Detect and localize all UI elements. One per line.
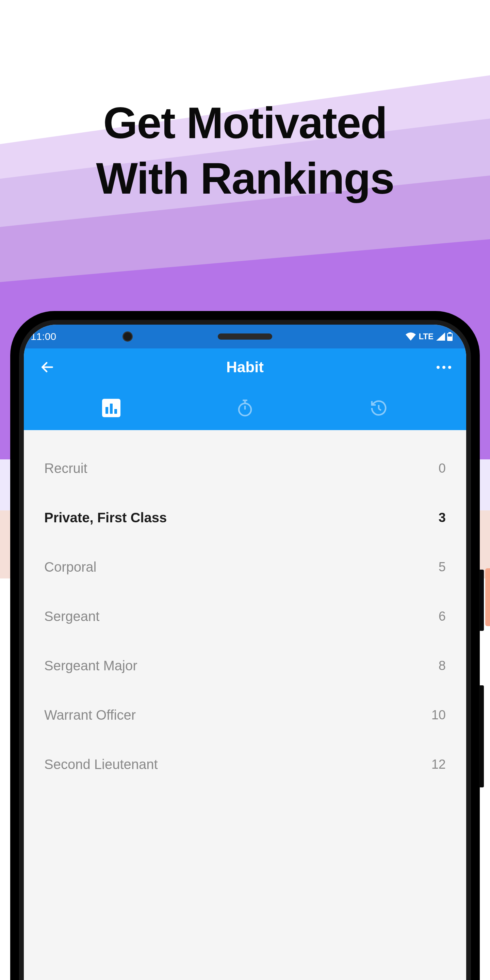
tab-timer[interactable] bbox=[235, 398, 255, 418]
ranking-name: Recruit bbox=[44, 461, 88, 476]
phone-bezel: 11:00 LTE bbox=[19, 320, 471, 980]
ranking-item[interactable]: Sergeant 6 bbox=[37, 592, 453, 641]
ranking-value: 6 bbox=[439, 609, 446, 624]
svg-rect-2 bbox=[448, 334, 452, 337]
tab-history[interactable] bbox=[369, 398, 389, 418]
ranking-value: 10 bbox=[431, 708, 446, 722]
phone-speaker bbox=[218, 334, 272, 340]
ranking-value: 5 bbox=[439, 560, 446, 574]
status-time: 11:00 bbox=[30, 331, 56, 342]
ranking-name: Corporal bbox=[44, 559, 96, 575]
ranking-item[interactable]: Recruit 0 bbox=[37, 444, 453, 493]
ranking-name: Second Lieutenant bbox=[44, 757, 158, 772]
bar-chart-icon bbox=[102, 399, 121, 417]
wifi-icon bbox=[406, 332, 416, 340]
more-menu-button[interactable] bbox=[437, 366, 451, 369]
app-header: Habit bbox=[24, 348, 466, 386]
phone-camera bbox=[123, 331, 133, 342]
promo-headline: Get Motivated With Rankings bbox=[0, 95, 490, 206]
accent-indicator bbox=[485, 568, 490, 626]
phone-power-button bbox=[479, 570, 484, 631]
svg-line-9 bbox=[379, 409, 381, 410]
dots-icon bbox=[437, 366, 440, 369]
phone-screen: 11:00 LTE bbox=[24, 325, 466, 980]
ranking-name: Sergeant Major bbox=[44, 658, 137, 673]
ranking-item[interactable]: Second Lieutenant 12 bbox=[37, 740, 453, 789]
svg-rect-1 bbox=[449, 332, 451, 334]
headline-line-2: With Rankings bbox=[0, 151, 490, 206]
phone-frame: 11:00 LTE bbox=[10, 311, 480, 980]
ranking-value: 0 bbox=[439, 461, 446, 476]
ranking-value: 3 bbox=[439, 511, 446, 525]
ranking-item[interactable]: Private, First Class 3 bbox=[37, 493, 453, 542]
ranking-item[interactable]: Corporal 5 bbox=[37, 542, 453, 592]
network-label: LTE bbox=[418, 332, 434, 341]
ranking-value: 12 bbox=[431, 757, 446, 772]
ranking-value: 8 bbox=[439, 659, 446, 673]
phone-volume-button bbox=[479, 685, 484, 788]
ranking-name: Sergeant bbox=[44, 609, 99, 624]
history-icon bbox=[369, 399, 388, 417]
arrow-left-icon bbox=[40, 360, 55, 375]
stopwatch-icon bbox=[236, 399, 254, 417]
tab-rankings[interactable] bbox=[101, 398, 121, 418]
ranking-item[interactable]: Sergeant Major 8 bbox=[37, 641, 453, 690]
status-icons: LTE bbox=[406, 332, 453, 341]
signal-icon bbox=[436, 332, 445, 340]
headline-line-1: Get Motivated bbox=[0, 95, 490, 151]
ranking-name: Warrant Officer bbox=[44, 708, 136, 723]
rankings-list: Recruit 0 Private, First Class 3 Corpora… bbox=[24, 430, 466, 789]
battery-icon bbox=[447, 332, 453, 341]
page-title: Habit bbox=[226, 359, 264, 375]
ranking-name: Private, First Class bbox=[44, 510, 167, 525]
tab-bar bbox=[24, 386, 466, 430]
back-button[interactable] bbox=[39, 359, 56, 375]
ranking-item[interactable]: Warrant Officer 10 bbox=[37, 690, 453, 740]
